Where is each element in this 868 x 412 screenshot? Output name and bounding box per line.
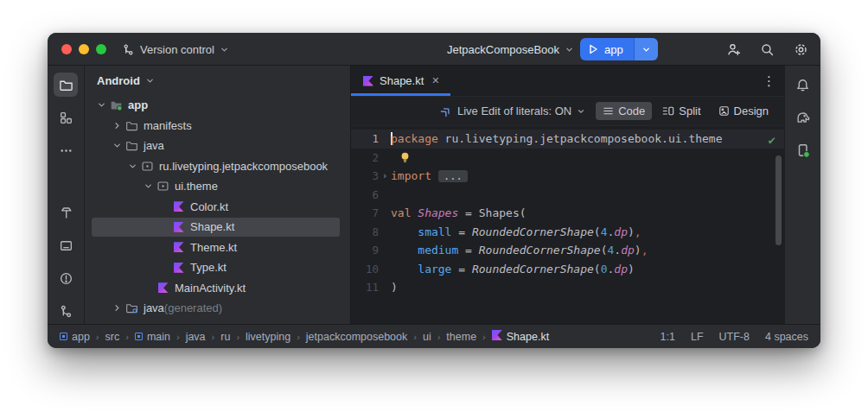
build-hammer-icon[interactable] [54, 200, 78, 225]
gradle-elephant-icon[interactable] [791, 105, 815, 130]
close-tab-icon[interactable]: ✕ [431, 75, 439, 86]
gutter[interactable]: 6 [351, 188, 391, 201]
run-config-dropdown[interactable] [634, 38, 658, 60]
breadcrumb-ru[interactable]: ru [220, 331, 230, 343]
tree-item-ru-livetyping-jetpackcomposebook[interactable]: ru.livetyping.jetpackcomposebook [85, 156, 350, 177]
more-icon[interactable] [54, 138, 78, 162]
line-number[interactable]: 2 [351, 151, 379, 164]
tree-item-java[interactable]: java [85, 136, 350, 156]
inspection-ok-icon[interactable]: ✔ [769, 133, 775, 147]
folded-region[interactable]: ... [438, 170, 468, 182]
code-line-3[interactable]: 3›import... [351, 167, 784, 186]
tree-item-color-kt[interactable]: Color.kt [85, 197, 350, 218]
gutter[interactable]: 10 [351, 263, 391, 276]
code-line-2[interactable]: 2 [351, 149, 784, 168]
version-control-branch-icon[interactable] [54, 299, 78, 323]
code-line-10[interactable]: 10 large = RoundedCornerShape(0.dp) [351, 260, 784, 279]
editor-scrollbar[interactable] [775, 155, 782, 245]
line-number[interactable]: 9 [351, 244, 379, 257]
code-text[interactable]: medium = RoundedCornerShape(4.dp), [391, 244, 648, 257]
chevron-down-icon[interactable] [124, 162, 140, 171]
breadcrumb-livetyping[interactable]: livetyping [246, 331, 290, 343]
tree-item-manifests[interactable]: manifests [85, 116, 350, 136]
code-text[interactable]: val Shapes = Shapes( [391, 206, 527, 219]
code-text[interactable]: package ru.livetyping.jetpackcomposebook… [391, 132, 723, 145]
code-line-9[interactable]: 9 medium = RoundedCornerShape(4.dp), [351, 241, 784, 260]
breadcrumb-app[interactable]: app [60, 331, 90, 343]
add-user-icon[interactable] [726, 42, 741, 57]
project-title-menu[interactable]: JetpackComposeBook [447, 33, 574, 66]
chevron-down-icon[interactable] [109, 141, 124, 150]
chevron-down-icon[interactable] [140, 181, 156, 191]
code-editor[interactable]: 1package ru.livetyping.jetpackcomposeboo… [351, 126, 784, 324]
problems-icon[interactable] [54, 266, 78, 290]
tree-item-app[interactable]: app [85, 95, 350, 116]
breadcrumb-java[interactable]: java [186, 331, 206, 343]
minimize-window-button[interactable] [79, 44, 89, 54]
line-number[interactable]: 1 [351, 132, 379, 145]
status-widget-4-spaces[interactable]: 4 spaces [765, 331, 808, 343]
gutter[interactable]: 11 [351, 281, 391, 294]
code-text[interactable]: large = RoundedCornerShape(0.dp) [391, 263, 635, 276]
tree-item-ui-theme[interactable]: ui.theme [85, 176, 350, 197]
structure-icon[interactable] [54, 105, 78, 130]
gutter[interactable]: 9 [351, 244, 391, 257]
tree-item-type-kt[interactable]: Type.kt [85, 257, 350, 278]
gutter[interactable]: 2 [351, 151, 391, 164]
code-text[interactable]: small = RoundedCornerShape(4.dp), [391, 225, 641, 238]
running-devices-phone-icon[interactable] [791, 138, 815, 162]
gutter[interactable]: 3› [351, 169, 391, 182]
tree-item-theme-kt[interactable]: Theme.kt [85, 238, 350, 258]
tree-item-mainactivity-kt[interactable]: MainActivity.kt [85, 278, 350, 299]
gutter[interactable]: 8 [351, 225, 391, 238]
device-frame-icon[interactable] [54, 233, 78, 257]
zoom-window-button[interactable] [96, 44, 106, 54]
code-text[interactable]: import... [391, 169, 468, 182]
breadcrumb-main[interactable]: main [135, 331, 170, 343]
run-button[interactable]: app [580, 38, 634, 60]
status-widget-utf-8[interactable]: UTF-8 [719, 331, 750, 343]
status-widget-lf[interactable]: LF [691, 331, 704, 343]
breadcrumb-shape-kt[interactable]: Shape.kt [492, 330, 549, 343]
gutter[interactable]: 1 [351, 132, 391, 145]
editor-mode-code[interactable]: Code [596, 102, 652, 120]
code-text[interactable]: ) [391, 281, 398, 294]
code-line-6[interactable]: 6 [351, 186, 784, 205]
line-number[interactable]: 6 [351, 188, 379, 201]
code-line-1[interactable]: 1package ru.livetyping.jetpackcomposeboo… [351, 130, 784, 149]
chevron-right-icon[interactable] [109, 303, 124, 313]
editor-mode-design[interactable]: Design [712, 102, 775, 120]
breadcrumb-ui[interactable]: ui [423, 331, 431, 343]
line-number[interactable]: 7 [351, 206, 379, 219]
project-folder-icon[interactable] [54, 73, 78, 97]
code-line-8[interactable]: 8 small = RoundedCornerShape(4.dp), [351, 223, 784, 242]
gutter[interactable]: 7 [351, 206, 391, 219]
editor-tab-shape-kt[interactable]: Shape.kt ✕ [351, 66, 450, 96]
live-edit-dropdown[interactable]: Live Edit of literals: ON [440, 105, 585, 117]
chevron-down-icon[interactable] [93, 100, 109, 110]
intention-bulb-icon[interactable] [399, 151, 411, 164]
line-number[interactable]: 10 [351, 263, 379, 276]
code-text[interactable] [391, 151, 411, 164]
notifications-bell-icon[interactable] [791, 73, 815, 97]
tree-item-shape-kt[interactable]: Shape.kt [85, 217, 350, 238]
search-icon[interactable] [760, 42, 775, 57]
close-window-button[interactable] [61, 44, 72, 54]
line-number[interactable]: 8 [351, 225, 379, 238]
tab-options-menu-icon[interactable]: ⋮ [763, 66, 775, 97]
fold-arrow-icon[interactable]: › [379, 170, 391, 181]
project-view-selector[interactable]: Android [85, 66, 350, 95]
code-line-11[interactable]: 11) [351, 278, 784, 297]
status-widget-1-1[interactable]: 1:1 [661, 331, 675, 343]
breadcrumb-theme[interactable]: theme [446, 331, 476, 343]
breadcrumb-jetpackcomposebook[interactable]: jetpackcomposebook [306, 331, 407, 343]
breadcrumb-src[interactable]: src [105, 331, 120, 343]
code-line-7[interactable]: 7val Shapes = Shapes( [351, 204, 784, 223]
chevron-right-icon[interactable] [109, 121, 124, 130]
line-number[interactable]: 3 [351, 169, 379, 182]
tree-item-java[interactable]: java (generated) [85, 298, 350, 319]
settings-gear-icon[interactable] [794, 42, 808, 57]
line-number[interactable]: 11 [351, 281, 379, 294]
version-control-menu[interactable]: Version control [122, 33, 229, 66]
editor-mode-split[interactable]: Split [655, 102, 707, 120]
